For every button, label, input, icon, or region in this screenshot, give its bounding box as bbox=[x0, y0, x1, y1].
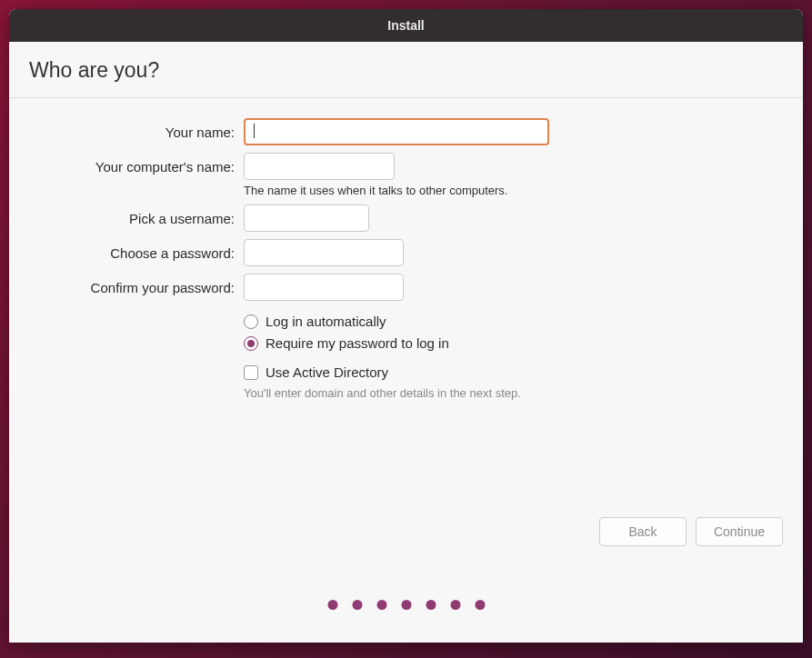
row-confirm: Confirm your password: bbox=[29, 274, 783, 301]
radio-icon bbox=[244, 314, 258, 329]
row-active-directory: Use Active Directory You'll enter domain… bbox=[29, 364, 783, 400]
confirm-password-input[interactable] bbox=[244, 274, 404, 301]
checkbox-label-ad: Use Active Directory bbox=[266, 364, 388, 380]
row-password: Choose a password: bbox=[29, 239, 783, 266]
ad-hint: You'll enter domain and other details in… bbox=[244, 386, 783, 400]
radio-label-auto: Log in automatically bbox=[266, 314, 386, 329]
name-input[interactable] bbox=[244, 118, 549, 145]
row-name: Your name: bbox=[29, 118, 783, 145]
back-button[interactable]: Back bbox=[599, 517, 687, 546]
progress-dot bbox=[376, 600, 386, 610]
row-login-options: Log in automatically Require my password… bbox=[29, 308, 783, 357]
progress-dot bbox=[327, 600, 337, 610]
form-body: Your name: Your computer's name: The nam… bbox=[9, 98, 803, 643]
radio-login-auto[interactable]: Log in automatically bbox=[244, 314, 783, 329]
checkbox-icon bbox=[244, 365, 258, 380]
radio-icon-checked bbox=[244, 336, 258, 351]
progress-dot bbox=[401, 600, 411, 610]
checkbox-active-directory[interactable]: Use Active Directory bbox=[244, 364, 783, 380]
computer-hint: The name it uses when it talks to other … bbox=[244, 184, 783, 197]
label-computer: Your computer's name: bbox=[29, 153, 244, 174]
radio-label-require: Require my password to log in bbox=[266, 335, 449, 351]
row-username: Pick a username: bbox=[29, 204, 783, 232]
label-confirm: Confirm your password: bbox=[29, 274, 244, 295]
install-window: Install Who are you? Your name: Your com… bbox=[9, 9, 803, 643]
progress-dot bbox=[475, 600, 485, 610]
label-name: Your name: bbox=[29, 118, 244, 140]
password-input[interactable] bbox=[244, 239, 404, 266]
radio-login-require[interactable]: Require my password to log in bbox=[244, 335, 783, 351]
username-input[interactable] bbox=[244, 204, 369, 232]
progress-dots bbox=[327, 600, 485, 610]
titlebar: Install bbox=[9, 9, 803, 42]
text-cursor bbox=[254, 124, 255, 138]
continue-button[interactable]: Continue bbox=[696, 517, 783, 546]
computer-name-input[interactable] bbox=[244, 153, 395, 180]
footer-buttons: Back Continue bbox=[599, 517, 783, 546]
page-header: Who are you? bbox=[9, 42, 803, 98]
row-computer: Your computer's name: The name it uses w… bbox=[29, 153, 783, 197]
progress-dot bbox=[426, 600, 436, 610]
progress-dot bbox=[352, 600, 362, 610]
label-password: Choose a password: bbox=[29, 239, 244, 261]
label-username: Pick a username: bbox=[29, 204, 244, 226]
progress-dot bbox=[450, 600, 460, 610]
page-heading: Who are you? bbox=[29, 58, 783, 83]
window-title: Install bbox=[387, 18, 424, 33]
